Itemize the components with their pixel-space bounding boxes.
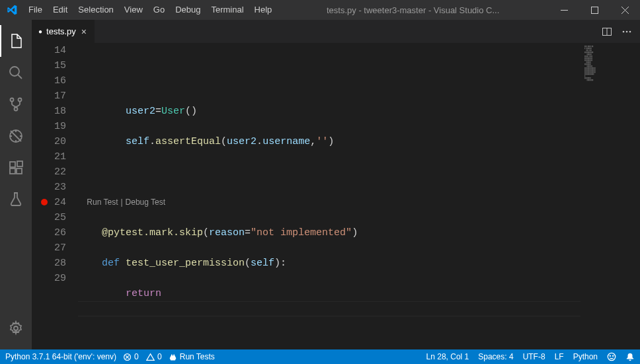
- svg-point-14: [626, 30, 628, 32]
- tab-bar: ● tests.py ×: [32, 20, 640, 43]
- svg-point-2: [10, 67, 19, 76]
- tab-label: tests.py: [46, 26, 76, 36]
- menu-selection[interactable]: Selection: [73, 0, 118, 20]
- menu-help[interactable]: Help: [249, 0, 278, 20]
- more-actions-icon[interactable]: [621, 26, 632, 37]
- svg-point-4: [19, 98, 22, 102]
- encoding[interactable]: UTF-8: [523, 352, 545, 361]
- search-icon[interactable]: [0, 57, 32, 89]
- status-bar: Python 3.7.1 64-bit ('env': venv) 0 0 Ru…: [0, 349, 640, 364]
- minimap[interactable]: ███ ████ ██ █ ███████ ███ ███ ██████████…: [580, 43, 640, 349]
- settings-icon[interactable]: [0, 312, 32, 344]
- menu-file[interactable]: File: [23, 0, 48, 20]
- source-control-icon[interactable]: [0, 89, 32, 120]
- extensions-icon[interactable]: [0, 152, 32, 184]
- tab-tests-py[interactable]: ● tests.py ×: [32, 20, 95, 43]
- run-tests[interactable]: Run Tests: [169, 352, 215, 361]
- window-title: tests.py - tweeter3-master - Visual Stud…: [277, 5, 549, 15]
- python-env[interactable]: Python 3.7.1 64-bit ('env': venv): [5, 352, 116, 361]
- menu-edit[interactable]: Edit: [48, 0, 73, 20]
- svg-point-18: [610, 355, 610, 356]
- svg-point-15: [629, 30, 631, 32]
- svg-point-5: [15, 108, 18, 111]
- problems[interactable]: 0 0: [123, 352, 162, 361]
- line-col[interactable]: Ln 28, Col 1: [426, 352, 469, 361]
- feedback-icon[interactable]: [607, 352, 616, 361]
- explorer-icon[interactable]: [0, 25, 32, 57]
- menu-view[interactable]: View: [119, 0, 148, 20]
- svg-point-11: [14, 326, 18, 330]
- window-controls: [549, 0, 640, 20]
- menu-terminal[interactable]: Terminal: [206, 0, 249, 20]
- vscode-logo: [0, 5, 23, 15]
- menu-go[interactable]: Go: [148, 0, 170, 20]
- svg-rect-0: [561, 10, 568, 11]
- codelens-debug-test[interactable]: Debug Test: [126, 198, 166, 207]
- code-area[interactable]: user2=User() self.assertEqual(user2.user…: [78, 43, 580, 349]
- maximize-button[interactable]: [579, 0, 610, 20]
- close-button[interactable]: [610, 0, 640, 20]
- line-number-gutter: 14 15 16 17 18 19 20 21 22 23 24 25 26 2…: [32, 43, 78, 349]
- breakpoint-icon[interactable]: [41, 199, 48, 205]
- svg-rect-8: [10, 168, 15, 174]
- menu-debug[interactable]: Debug: [170, 0, 206, 20]
- codelens-run-test[interactable]: Run Test: [87, 198, 118, 207]
- test-icon[interactable]: [0, 184, 32, 215]
- eol[interactable]: LF: [555, 352, 564, 361]
- minimize-button[interactable]: [549, 0, 579, 20]
- activity-bar: [0, 20, 32, 349]
- svg-rect-9: [17, 168, 22, 174]
- indentation[interactable]: Spaces: 4: [478, 352, 513, 361]
- tab-close-icon[interactable]: ×: [80, 26, 88, 37]
- notifications-icon[interactable]: [625, 352, 635, 361]
- language-mode[interactable]: Python: [573, 352, 598, 361]
- title-bar: File Edit Selection View Go Debug Termin…: [0, 0, 640, 20]
- svg-point-3: [11, 98, 14, 102]
- editor-actions: [602, 26, 640, 37]
- editor[interactable]: 14 15 16 17 18 19 20 21 22 23 24 25 26 2…: [32, 43, 640, 349]
- svg-rect-7: [10, 162, 15, 167]
- svg-rect-1: [591, 7, 598, 13]
- svg-rect-10: [17, 161, 22, 166]
- modified-indicator-icon: ●: [38, 28, 42, 35]
- svg-point-19: [613, 355, 614, 356]
- svg-point-17: [608, 353, 615, 360]
- menu-bar: File Edit Selection View Go Debug Termin…: [23, 0, 277, 20]
- svg-point-13: [623, 30, 625, 32]
- debug-icon[interactable]: [0, 120, 32, 152]
- split-editor-icon[interactable]: [602, 26, 612, 37]
